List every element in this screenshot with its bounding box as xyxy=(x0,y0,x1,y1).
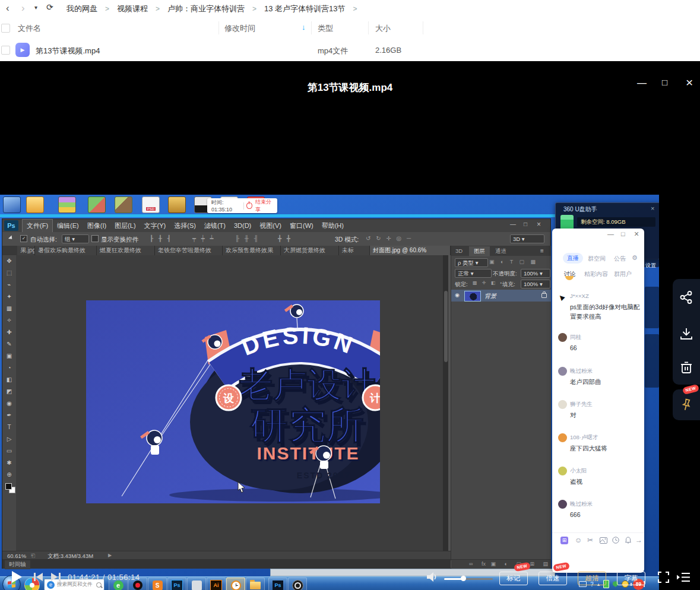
mark-button[interactable]: 标记 xyxy=(499,572,528,585)
chat-settings-gear-icon[interactable]: ⚙ xyxy=(632,254,638,262)
auto-select-checkbox[interactable]: ✓ xyxy=(20,235,27,242)
doc-tab[interactable]: 老铁您辛苦啦最终效果.jpg× xyxy=(155,246,223,255)
fill-value[interactable]: 100% ▾ xyxy=(521,280,550,288)
chat-tab-notice[interactable]: 公告 xyxy=(614,255,626,263)
mode3d-icons[interactable]: ↺ ↻ ✛ ◎ ─ xyxy=(366,235,413,242)
ps-menu-window[interactable]: 窗口(W) xyxy=(286,220,318,232)
chat-maximize-icon[interactable]: □ xyxy=(621,230,625,237)
panel-tab-layers[interactable]: 图层 xyxy=(469,246,490,256)
speed-button[interactable]: 倍速 xyxy=(539,572,567,585)
blend-mode-dropdown[interactable]: 正常 ▾ xyxy=(455,269,492,278)
panel-menu-icon[interactable]: ≡ xyxy=(540,248,544,254)
zoom-level[interactable]: 60.61% xyxy=(7,553,26,559)
window-maximize-icon[interactable]: □ xyxy=(662,77,667,87)
shape-tool[interactable]: ▭ xyxy=(2,445,16,457)
refresh-icon[interactable]: ⟳ xyxy=(46,2,53,12)
chat-tab-groupspace[interactable]: 群空间 xyxy=(588,255,606,263)
send-arrow-icon[interactable]: → xyxy=(635,536,642,544)
doc-tab[interactable]: 未标题-1× xyxy=(339,246,370,255)
image-icon[interactable] xyxy=(600,537,607,544)
ps-close-icon[interactable]: × xyxy=(537,220,541,229)
chat-minimize-icon[interactable]: — xyxy=(607,230,614,237)
pen-tool[interactable]: ✒ xyxy=(2,410,16,421)
hand-tool[interactable]: ✱ xyxy=(2,457,16,469)
download-button[interactable] xyxy=(680,327,693,340)
history-clock-icon[interactable] xyxy=(612,537,619,544)
pin-button[interactable] xyxy=(679,398,693,412)
brush-tool[interactable]: ✎ xyxy=(2,338,16,350)
doc-tab[interactable]: 大屏燃货最终效果.jpg× xyxy=(281,246,339,255)
doc-tab-active[interactable]: 封面图.jpg @ 60.6%(RGB/8)× xyxy=(370,246,451,255)
breadcrumb-item[interactable]: 卢帅：商业字体特训营 xyxy=(167,4,245,14)
eyedropper-tool[interactable]: ✧ xyxy=(2,315,16,326)
screenshot-icon[interactable]: ✂ xyxy=(587,536,593,544)
volume-track[interactable] xyxy=(444,578,493,580)
heal-tool[interactable]: ✚ xyxy=(2,326,16,338)
distribute-icons[interactable]: ╟ ╫ ╢ xyxy=(235,235,260,242)
ps-maximize-icon[interactable]: □ xyxy=(524,221,527,227)
gradient-tool[interactable]: ◩ xyxy=(2,386,16,398)
emoji-icon[interactable]: ☺ xyxy=(575,536,582,544)
ps-menu-type[interactable]: 文字(Y) xyxy=(140,220,170,232)
path-select-tool[interactable]: ▷ xyxy=(2,433,16,445)
layer-filter-dropdown[interactable]: ρ 类型 ▾ xyxy=(455,258,488,267)
show-transform-checkbox[interactable] xyxy=(91,235,99,242)
folder-icon[interactable] xyxy=(26,196,44,213)
forward-icon[interactable]: › xyxy=(21,2,25,14)
ps-menu-layer[interactable]: 图层(L) xyxy=(110,220,140,232)
layer-visibility-icon[interactable]: ◉ xyxy=(455,292,460,298)
doc-tab[interactable]: 暑假欢乐购最终效果.jpg× xyxy=(35,246,97,255)
photos-app-icon[interactable] xyxy=(88,196,106,213)
fullscreen-button[interactable] xyxy=(658,572,669,583)
panel-tab-channels[interactable]: 通道 xyxy=(495,248,506,255)
ps-menu-file[interactable]: 文件(F) xyxy=(22,219,53,233)
winrar-icon[interactable] xyxy=(58,196,76,213)
chat-tab-live[interactable]: 直播 xyxy=(563,253,583,264)
delete-button[interactable] xyxy=(680,361,693,374)
dark-folder-icon[interactable] xyxy=(168,196,186,213)
sort-desc-icon[interactable]: ↓ xyxy=(302,23,306,31)
psd-file-icon[interactable]: PSD xyxy=(142,196,160,213)
column-modified[interactable]: 修改时间 xyxy=(224,23,255,34)
layer-name[interactable]: 背景 xyxy=(484,292,496,300)
layer-thumbnail[interactable] xyxy=(464,291,481,302)
foreground-color-swatch[interactable] xyxy=(5,483,12,490)
share-button[interactable] xyxy=(680,291,693,304)
ps-menu-help[interactable]: 帮助(H) xyxy=(318,220,348,232)
ps-menu-view[interactable]: 视图(V) xyxy=(255,220,286,232)
wand-tool[interactable]: ✦ xyxy=(2,291,16,303)
ps-menu-image[interactable]: 图像(I) xyxy=(83,220,110,232)
opacity-value[interactable]: 100% ▾ xyxy=(521,269,550,278)
ps-menu-select[interactable]: 选择(S) xyxy=(170,220,200,232)
history-dropdown-icon[interactable]: ▾ xyxy=(34,4,37,11)
canvas-scrollbar[interactable] xyxy=(443,255,448,551)
zoom-tool[interactable]: ⊕ xyxy=(2,469,16,481)
distribute-icons[interactable]: ╋ ╋ xyxy=(278,235,292,242)
workspace-dropdown[interactable]: 3D ▾ xyxy=(510,234,544,243)
bell-icon[interactable] xyxy=(625,537,632,544)
marquee-tool[interactable]: ⬚ xyxy=(2,267,16,279)
column-size[interactable]: 大小 xyxy=(375,23,391,34)
subtitle-button[interactable]: 字幕 xyxy=(617,572,645,585)
eraser-tool[interactable]: ◧ xyxy=(2,374,16,386)
lasso-tool[interactable]: ⌁ xyxy=(2,279,16,291)
align-icons[interactable]: ┠ ╂ ┨ xyxy=(150,235,173,242)
gift-icon[interactable]: ⊞ xyxy=(560,537,568,544)
usb-popup-close-icon[interactable]: × xyxy=(651,205,654,212)
layer-row-background[interactable]: ◉ 背景 xyxy=(451,290,551,302)
status-menu-icon[interactable]: ▶ xyxy=(108,553,112,558)
stamp-tool[interactable]: ▣ xyxy=(2,350,16,362)
chat-close-icon[interactable]: × xyxy=(634,229,639,239)
window-minimize-icon[interactable]: — xyxy=(637,78,647,88)
back-icon[interactable]: ‹ xyxy=(6,2,9,14)
type-tool[interactable]: T xyxy=(2,421,16,433)
ps-menu-edit[interactable]: 编辑(E) xyxy=(53,220,83,232)
crop-tool[interactable]: ▦ xyxy=(2,303,16,315)
chat-subtab-highlights[interactable]: 精彩内容 xyxy=(584,270,608,278)
volume-knob[interactable] xyxy=(461,576,466,581)
quality-button[interactable]: 超清 xyxy=(578,572,606,585)
align-icons[interactable]: ┯ ┿ ┷ xyxy=(192,235,216,242)
move-tool[interactable]: ✥ xyxy=(2,255,16,267)
lock-icons[interactable]: ▩ ✛ ◧ ▪ xyxy=(473,280,503,286)
file-name[interactable]: 第13节课视频.mp4 xyxy=(36,46,100,56)
